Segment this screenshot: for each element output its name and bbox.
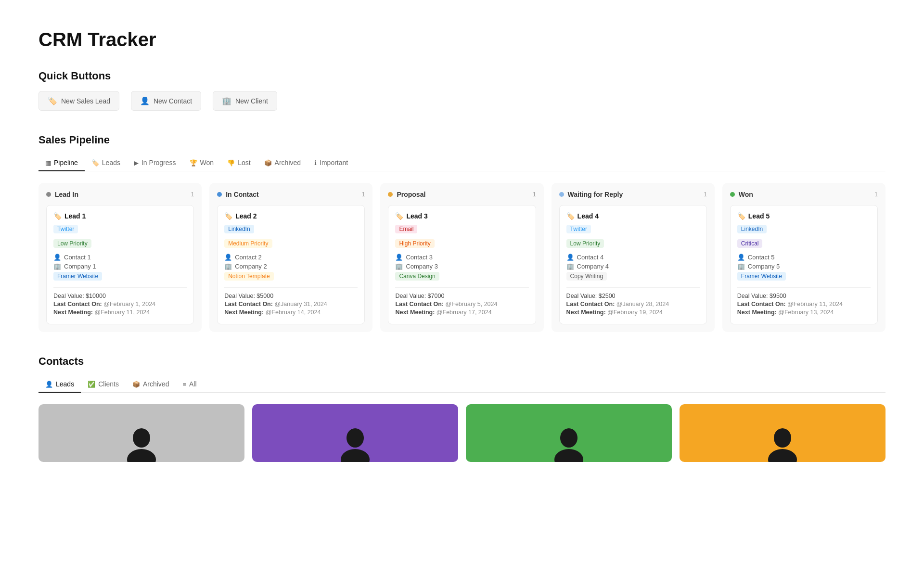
deal-value: Deal Value: $2500 [566, 293, 700, 299]
avatar-silhouette [122, 423, 161, 462]
card-title: 🏷️ Lead 5 [737, 212, 871, 220]
avatar-card-avatar-3[interactable] [466, 404, 672, 462]
pipeline-tab-leads[interactable]: 🏷️Leads [85, 155, 127, 171]
column-dot-waiting-reply [559, 192, 564, 197]
new-contact-icon: 👤 [140, 96, 150, 105]
contact-tab-archived[interactable]: 📦Archived [126, 376, 176, 393]
next-meeting: Next Meeting: @February 14, 2024 [224, 309, 358, 316]
last-contact: Last Contact On: @February 1, 2024 [53, 301, 187, 308]
contact-tab-all[interactable]: ≡All [176, 376, 203, 393]
contact-tab-clients[interactable]: ✅Clients [81, 376, 126, 393]
product-row: Framer Website [737, 272, 871, 282]
tags-row: Email [395, 225, 528, 235]
sales-pipeline-title: Sales Pipeline [38, 134, 886, 146]
column-dot-lead-in [46, 192, 51, 197]
quick-buttons-section: Quick Buttons 🏷️New Sales Lead👤New Conta… [38, 70, 886, 111]
column-count-won: 1 [874, 191, 878, 198]
pipeline-tab-pipeline[interactable]: ▦Pipeline [38, 155, 85, 171]
lead-card-in-contact-0[interactable]: 🏷️ Lead 2 LinkedIn Medium Priority 👤 Con… [217, 205, 365, 324]
pipeline-tab-won[interactable]: 🏆Won [183, 155, 221, 171]
quick-btn-new-contact[interactable]: 👤New Contact [131, 91, 201, 111]
leads-contact-tab-icon: 👤 [45, 381, 53, 388]
source-tag[interactable]: Twitter [53, 225, 78, 233]
deal-value: Deal Value: $5000 [224, 293, 358, 299]
quick-btn-new-client[interactable]: 🏢New Client [213, 91, 277, 111]
svg-point-3 [341, 449, 370, 462]
priority-tag[interactable]: Critical [737, 239, 763, 248]
source-tag[interactable]: LinkedIn [224, 225, 254, 233]
priority-tag[interactable]: Low Priority [53, 239, 91, 248]
column-won: Won 1 🏷️ Lead 5 LinkedIn Critical 👤 Cont… [722, 183, 886, 332]
contact-icon: 👤 [224, 254, 232, 261]
source-tag[interactable]: LinkedIn [737, 225, 767, 233]
last-contact: Last Contact On: @January 31, 2024 [224, 301, 358, 308]
product-tag[interactable]: Copy Writing [566, 272, 607, 281]
pipeline-tab-in-progress[interactable]: ▶In Progress [127, 155, 183, 171]
company-name: Company 4 [577, 263, 609, 270]
svg-point-2 [346, 428, 364, 448]
contact-row: 👤 Contact 4 [566, 254, 700, 261]
source-tag[interactable]: Email [395, 225, 417, 233]
company-name: Company 3 [406, 263, 437, 270]
archived-contact-tab-label: Archived [143, 380, 169, 388]
in-progress-tab-label: In Progress [141, 159, 176, 167]
pipeline-tab-archived[interactable]: 📦Archived [257, 155, 308, 171]
avatar-card-avatar-1[interactable] [38, 404, 244, 462]
all-contact-tab-label: All [189, 380, 197, 388]
last-contact: Last Contact On: @February 5, 2024 [395, 301, 528, 308]
tags-row: LinkedIn [224, 225, 358, 235]
leads-tab-label: Leads [102, 159, 120, 167]
company-row: 🏢 Company 2 [224, 263, 358, 270]
product-tag[interactable]: Canva Design [395, 272, 439, 281]
pipeline-tab-lost[interactable]: 👎Lost [220, 155, 257, 171]
priority-row: Medium Priority [224, 239, 358, 250]
column-title-in-contact: In Contact [226, 191, 258, 198]
lead-card-lead-in-0[interactable]: 🏷️ Lead 1 Twitter Low Priority 👤 Contact… [46, 205, 194, 324]
column-count-in-contact: 1 [362, 191, 365, 198]
lead-card-won-0[interactable]: 🏷️ Lead 5 LinkedIn Critical 👤 Contact 5 … [730, 205, 878, 324]
product-row: Framer Website [53, 272, 187, 282]
lost-tab-label: Lost [238, 159, 250, 167]
company-row: 🏢 Company 5 [737, 263, 871, 270]
contact-row: 👤 Contact 1 [53, 254, 187, 261]
product-tag[interactable]: Framer Website [53, 272, 102, 281]
contact-icon: 👤 [395, 254, 403, 261]
company-icon: 🏢 [395, 263, 403, 270]
pipeline-tab-label: Pipeline [54, 159, 78, 167]
leads-tab-icon: 🏷️ [91, 159, 99, 167]
priority-tag[interactable]: Low Priority [566, 239, 604, 248]
product-tag[interactable]: Notion Template [224, 272, 274, 281]
card-title: 🏷️ Lead 1 [53, 212, 187, 220]
next-meeting: Next Meeting: @February 19, 2024 [566, 309, 700, 316]
archived-contact-tab-icon: 📦 [132, 381, 140, 388]
contact-name: Contact 5 [748, 254, 775, 261]
column-header-lead-in: Lead In 1 [46, 191, 194, 198]
avatar-card-avatar-2[interactable] [252, 404, 458, 462]
contact-icon: 👤 [737, 254, 745, 261]
company-icon: 🏢 [53, 263, 61, 270]
source-tag[interactable]: Twitter [566, 225, 591, 233]
won-tab-icon: 🏆 [190, 159, 197, 167]
product-row: Canva Design [395, 272, 528, 282]
contacts-title: Contacts [38, 355, 886, 368]
contact-row: 👤 Contact 5 [737, 254, 871, 261]
card-title: 🏷️ Lead 2 [224, 212, 358, 220]
clients-contact-tab-label: Clients [98, 380, 119, 388]
avatar-silhouette [550, 423, 588, 462]
pipeline-tab-important[interactable]: ℹImportant [308, 155, 355, 171]
quick-btn-new-sales-lead[interactable]: 🏷️New Sales Lead [38, 91, 119, 111]
svg-point-1 [127, 449, 156, 462]
column-dot-won [730, 192, 735, 197]
product-tag[interactable]: Framer Website [737, 272, 786, 281]
next-meeting: Next Meeting: @February 17, 2024 [395, 309, 528, 316]
priority-tag[interactable]: Medium Priority [224, 239, 272, 248]
lead-icon: 🏷️ [395, 212, 403, 220]
avatar-card-avatar-4[interactable] [680, 404, 886, 462]
company-name: Company 5 [748, 263, 780, 270]
contact-tab-leads[interactable]: 👤Leads [38, 376, 81, 393]
lead-card-waiting-reply-0[interactable]: 🏷️ Lead 4 Twitter Low Priority 👤 Contact… [559, 205, 707, 324]
column-dot-proposal [388, 192, 393, 197]
lead-card-proposal-0[interactable]: 🏷️ Lead 3 Email High Priority 👤 Contact … [388, 205, 536, 324]
lead-icon: 🏷️ [224, 212, 232, 220]
priority-tag[interactable]: High Priority [395, 239, 434, 248]
